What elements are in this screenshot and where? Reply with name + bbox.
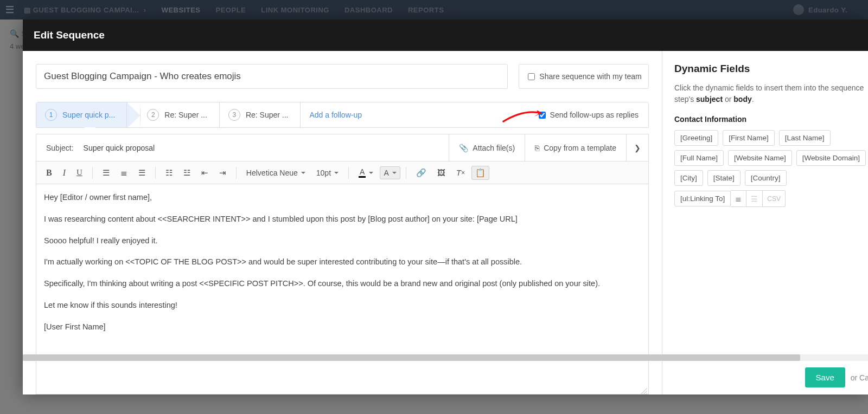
step-2-label: Re: Super ... bbox=[164, 111, 207, 119]
attach-files-button[interactable]: 📎 Attach file(s) bbox=[449, 134, 525, 161]
sequence-name-input[interactable] bbox=[36, 64, 508, 89]
underline-button[interactable]: U bbox=[72, 165, 87, 180]
dynamic-fields-panel: Dynamic Fields Click the dynamic fields … bbox=[662, 51, 868, 394]
add-followup-label: Add a follow-up bbox=[309, 111, 362, 119]
send-as-replies-label: Send follow-ups as replies bbox=[550, 111, 639, 119]
step-3-label: Re: Super ... bbox=[246, 111, 289, 119]
linking-to-csv-button[interactable]: CSV bbox=[763, 190, 786, 207]
body-line: [User First Name] bbox=[44, 321, 641, 333]
template-dropdown-toggle[interactable]: ❯ bbox=[626, 134, 648, 161]
outdent-button[interactable]: ⇤ bbox=[197, 165, 213, 180]
dynamic-fields-title: Dynamic Fields bbox=[674, 63, 868, 75]
editor-toolbar: B I U ☰ ≣ ☰ ☷ ☳ ⇤ ⇥ Helvetica Neue 10pt … bbox=[36, 161, 649, 184]
body-line: Let me know if this sounds interesting! bbox=[44, 300, 641, 312]
font-size-dropdown[interactable]: 10pt bbox=[312, 166, 343, 180]
modal-footer: Save or Ca bbox=[662, 360, 868, 394]
field-first-name[interactable]: [First Name] bbox=[723, 130, 775, 146]
attach-files-label: Attach file(s) bbox=[473, 144, 515, 152]
indent-button[interactable]: ⇥ bbox=[215, 165, 231, 180]
body-line: I'm actually working on <<TOPIC OF THE B… bbox=[44, 256, 641, 268]
text-color-button[interactable]: A bbox=[354, 165, 378, 180]
add-followup-button[interactable]: Add a follow-up bbox=[301, 102, 374, 127]
step-3[interactable]: 3 Re: Super ... bbox=[220, 102, 301, 127]
step-1-number: 1 bbox=[45, 109, 57, 121]
subject-row: Subject: Super quick proposal 📎 Attach f… bbox=[36, 134, 649, 161]
font-family-dropdown[interactable]: Helvetica Neue bbox=[242, 166, 310, 180]
align-left-button[interactable]: ☰ bbox=[98, 165, 114, 180]
copy-from-template-button[interactable]: ⎘ Copy from a template bbox=[525, 134, 626, 161]
field-full-name[interactable]: [Full Name] bbox=[674, 150, 724, 166]
chevron-right-icon: ❯ bbox=[634, 144, 641, 152]
field-state[interactable]: [State] bbox=[707, 170, 741, 186]
field-website-domain[interactable]: [Website Domain] bbox=[796, 150, 866, 166]
resize-handle[interactable] bbox=[641, 386, 647, 393]
share-sequence-checkbox[interactable] bbox=[528, 73, 535, 80]
align-right-button[interactable]: ☰ bbox=[134, 165, 150, 180]
image-button[interactable]: 🖼 bbox=[433, 165, 450, 180]
paperclip-icon: 📎 bbox=[459, 144, 468, 152]
modal-title: Edit Sequence bbox=[23, 20, 868, 51]
ordered-list-button[interactable]: ☷ bbox=[161, 165, 177, 180]
unordered-list-button[interactable]: ☳ bbox=[179, 165, 195, 180]
italic-button[interactable]: I bbox=[59, 165, 70, 180]
field-greeting[interactable]: [Greeting] bbox=[674, 130, 718, 146]
field-city[interactable]: [City] bbox=[674, 170, 703, 186]
step-3-number: 3 bbox=[228, 109, 240, 121]
linking-to-numbered-icon[interactable]: ☰ bbox=[746, 190, 763, 207]
highlight-color-button[interactable]: A bbox=[380, 166, 400, 179]
sequence-steps: 1 Super quick p... 2 Re: Super ... 3 Re:… bbox=[36, 102, 649, 128]
linking-to-list-icon[interactable]: ≣ bbox=[731, 190, 746, 207]
edit-sequence-modal: Edit Sequence Share sequence with my tea… bbox=[23, 20, 868, 394]
body-line: I was researching content about <<SEARCH… bbox=[44, 214, 641, 225]
email-body-editor[interactable]: Hey [Editor / owner first name], I was r… bbox=[36, 184, 649, 394]
subject-input[interactable]: Super quick proposal bbox=[84, 144, 449, 152]
link-button[interactable]: 🔗 bbox=[412, 165, 431, 180]
share-sequence-toggle[interactable]: Share sequence with my team bbox=[519, 64, 649, 89]
paste-button[interactable]: 📋 bbox=[471, 166, 489, 180]
send-as-replies-checkbox[interactable] bbox=[539, 112, 546, 119]
dynamic-fields-hint: Click the dynamic fields to insert them … bbox=[674, 82, 868, 105]
step-1[interactable]: 1 Super quick p... bbox=[36, 102, 127, 127]
share-sequence-label: Share sequence with my team bbox=[539, 72, 641, 81]
field-last-name[interactable]: [Last Name] bbox=[779, 130, 831, 146]
body-line: Soooo helpful! I really enjoyed it. bbox=[44, 235, 641, 247]
body-line: Specifically, I'm thinking about writing… bbox=[44, 278, 641, 290]
subject-label: Subject: bbox=[36, 144, 84, 152]
scrollbar-thumb[interactable] bbox=[662, 354, 800, 361]
contact-info-heading: Contact Information bbox=[674, 115, 868, 124]
save-button[interactable]: Save bbox=[805, 367, 845, 387]
clear-format-button[interactable]: T× bbox=[452, 165, 469, 180]
step-2[interactable]: 2 Re: Super ... bbox=[127, 102, 220, 127]
side-panel-scrollbar[interactable]: ◀ bbox=[662, 354, 868, 361]
step-2-number: 2 bbox=[147, 109, 159, 121]
step-1-label: Super quick p... bbox=[62, 111, 115, 119]
cancel-link[interactable]: or Ca bbox=[851, 373, 868, 382]
bold-button[interactable]: B bbox=[42, 165, 56, 180]
copy-from-template-label: Copy from a template bbox=[544, 144, 616, 152]
field-country[interactable]: [Country] bbox=[745, 170, 787, 186]
align-center-button[interactable]: ≣ bbox=[116, 165, 132, 180]
field-website-name[interactable]: [Website Name] bbox=[728, 150, 792, 166]
field-linking-to[interactable]: [ul:Linking To] bbox=[674, 191, 731, 206]
body-line: Hey [Editor / owner first name], bbox=[44, 192, 641, 204]
template-icon: ⎘ bbox=[535, 144, 539, 152]
